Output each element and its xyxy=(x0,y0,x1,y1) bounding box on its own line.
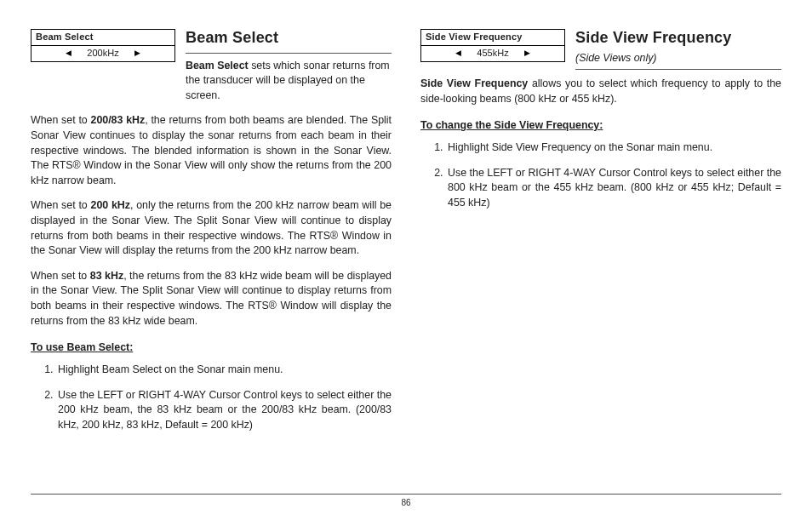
section-heading: Beam Select xyxy=(186,27,392,49)
page-number: 86 xyxy=(31,498,781,507)
to-change-svf-heading: To change the Side View Frequency: xyxy=(420,118,781,134)
paragraph-83: When set to 83 kHz, the returns from the… xyxy=(31,269,392,329)
intro-lead-svf: Side View Frequency xyxy=(420,77,528,89)
triangle-right-icon: ▶ xyxy=(134,49,140,57)
left-column: Beam Select ◀ 200kHz ▶ Beam Select Beam … xyxy=(31,27,392,487)
widget-value: 200kHz xyxy=(87,47,118,60)
beam-select-widget: Beam Select ◀ 200kHz ▶ xyxy=(31,29,175,62)
beam-select-steps: Highlight Beam Select on the Sonar main … xyxy=(31,363,392,432)
list-item: Use the LEFT or RIGHT 4-WAY Cursor Contr… xyxy=(56,388,392,433)
svf-steps: Highlight Side View Frequency on the Son… xyxy=(420,140,781,210)
paragraph-200: When set to 200 kHz, only the returns fr… xyxy=(31,198,392,258)
widget-title: Beam Select xyxy=(31,30,174,45)
section-heading: Side View Frequency xyxy=(575,27,781,49)
section-header-side-view: Side View Frequency ◀ 455kHz ▶ Side View… xyxy=(420,27,781,75)
p3-pre: When set to xyxy=(31,270,90,282)
widget-value-row: ◀ 455kHz ▶ xyxy=(421,45,564,62)
paragraph-200-83: When set to 200/83 kHz, the returns from… xyxy=(31,113,392,188)
list-item: Highlight Side View Frequency on the Son… xyxy=(446,140,781,156)
heading-block: Side View Frequency (Side Views only) xyxy=(575,27,781,75)
right-column: Side View Frequency ◀ 455kHz ▶ Side View… xyxy=(420,27,781,487)
intro-lead: Beam Select xyxy=(186,60,249,71)
two-column-layout: Beam Select ◀ 200kHz ▶ Beam Select Beam … xyxy=(31,27,781,487)
widget-value: 455kHz xyxy=(477,47,508,60)
p1-bold: 200/83 kHz xyxy=(91,114,146,126)
footer-rule xyxy=(31,494,781,495)
to-use-beam-select-heading: To use Beam Select: xyxy=(31,340,392,356)
paragraph-svf-intro: Side View Frequency allows you to select… xyxy=(420,77,781,106)
triangle-left-icon: ◀ xyxy=(455,49,461,57)
list-item: Highlight Beam Select on the Sonar main … xyxy=(56,363,392,378)
heading-rule xyxy=(186,53,392,54)
list-item: Use the LEFT or RIGHT 4-WAY Cursor Contr… xyxy=(446,166,781,211)
widget-value-row: ◀ 200kHz ▶ xyxy=(31,45,174,62)
section-header-beam-select: Beam Select ◀ 200kHz ▶ Beam Select Beam … xyxy=(31,27,392,103)
heading-rule xyxy=(575,69,781,70)
triangle-right-icon: ▶ xyxy=(524,49,530,57)
heading-block: Beam Select Beam Select sets which sonar… xyxy=(186,27,392,103)
p2-bold: 200 kHz xyxy=(90,199,129,211)
side-view-frequency-widget: Side View Frequency ◀ 455kHz ▶ xyxy=(420,29,565,62)
manual-page: Beam Select ◀ 200kHz ▶ Beam Select Beam … xyxy=(0,0,812,526)
p3-bold: 83 kHz xyxy=(90,270,123,282)
section-subtitle: (Side Views only) xyxy=(575,51,781,66)
p1-pre: When set to xyxy=(31,114,91,126)
triangle-left-icon: ◀ xyxy=(66,49,71,57)
p2-pre: When set to xyxy=(31,199,90,211)
widget-title: Side View Frequency xyxy=(421,30,564,45)
